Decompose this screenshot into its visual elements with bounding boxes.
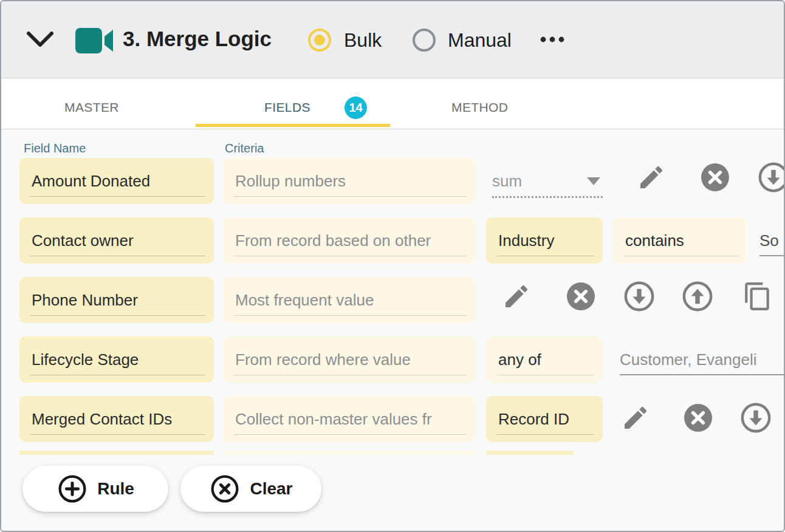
field-name-input[interactable]: Amount Donated bbox=[19, 158, 214, 204]
manual-radio[interactable] bbox=[413, 29, 436, 52]
criteria-input[interactable]: From record based on other bbox=[223, 217, 475, 264]
move-up-icon[interactable] bbox=[680, 279, 715, 313]
operator-input[interactable]: contains bbox=[613, 217, 747, 264]
operator-input[interactable]: any of bbox=[486, 336, 603, 383]
add-rule-label: Rule bbox=[97, 479, 134, 499]
move-down-icon[interactable] bbox=[739, 401, 773, 435]
manual-radio-label[interactable]: Manual bbox=[448, 29, 512, 52]
criteria-input[interactable]: Rollup numbers bbox=[223, 158, 475, 204]
tab-method[interactable]: METHOD bbox=[451, 100, 508, 115]
clear-button[interactable]: Clear bbox=[180, 466, 321, 512]
merge-logic-panel: 3. Merge Logic Bulk Manual MASTER FIELDS… bbox=[0, 0, 785, 532]
criteria-input[interactable]: Most frequent value bbox=[223, 277, 475, 323]
value-input[interactable]: Customer, Evangeli bbox=[620, 336, 785, 383]
panel-header: 3. Merge Logic Bulk Manual bbox=[1, 1, 784, 78]
column-header-field-name: Field Name bbox=[24, 142, 86, 155]
move-down-icon[interactable] bbox=[622, 279, 656, 313]
videocam-icon bbox=[74, 27, 114, 55]
next-row-peek bbox=[19, 451, 214, 455]
fields-count-badge: 14 bbox=[345, 97, 367, 119]
column-header-criteria: Criteria bbox=[225, 142, 264, 155]
value-input[interactable]: So bbox=[759, 217, 785, 264]
clear-label: Clear bbox=[250, 479, 292, 499]
param-field-input[interactable]: Record ID bbox=[486, 396, 603, 442]
chevron-down-icon[interactable] bbox=[26, 30, 55, 49]
field-name-input[interactable]: Phone Number bbox=[19, 277, 214, 323]
tab-bar: MASTER FIELDS 14 METHOD bbox=[1, 78, 784, 129]
tab-fields[interactable]: FIELDS bbox=[264, 100, 310, 115]
aggregator-value: sum bbox=[492, 172, 522, 191]
dropdown-caret-icon bbox=[587, 177, 600, 185]
param-field-input[interactable]: Industry bbox=[486, 217, 603, 264]
field-name-input[interactable]: Lifecycle Stage bbox=[19, 336, 214, 383]
edit-icon[interactable] bbox=[637, 163, 666, 192]
plus-circle-icon bbox=[57, 473, 88, 505]
add-rule-button[interactable]: Rule bbox=[22, 466, 168, 512]
panel-title: 3. Merge Logic bbox=[123, 27, 272, 51]
delete-icon[interactable] bbox=[564, 280, 597, 313]
delete-icon[interactable] bbox=[699, 161, 732, 194]
criteria-input[interactable]: Collect non-master values fr bbox=[223, 396, 475, 442]
field-name-input[interactable]: Merged Contact IDs bbox=[19, 396, 214, 442]
bulk-radio-label[interactable]: Bulk bbox=[344, 29, 382, 52]
next-row-peek bbox=[223, 451, 475, 455]
edit-icon[interactable] bbox=[502, 282, 531, 311]
tab-active-indicator bbox=[196, 124, 390, 127]
next-row-peek bbox=[486, 451, 574, 455]
bulk-radio[interactable] bbox=[308, 29, 331, 52]
x-circle-icon bbox=[209, 473, 241, 505]
aggregator-dropdown[interactable]: sum bbox=[492, 158, 603, 204]
tab-master[interactable]: MASTER bbox=[64, 100, 119, 115]
more-options-icon[interactable] bbox=[540, 36, 565, 43]
move-down-icon[interactable] bbox=[756, 160, 785, 194]
copy-icon[interactable] bbox=[742, 281, 773, 312]
delete-icon[interactable] bbox=[682, 401, 715, 434]
field-name-input[interactable]: Contact owner bbox=[19, 217, 214, 264]
edit-icon[interactable] bbox=[621, 403, 650, 432]
criteria-input[interactable]: From record where value bbox=[223, 336, 475, 383]
